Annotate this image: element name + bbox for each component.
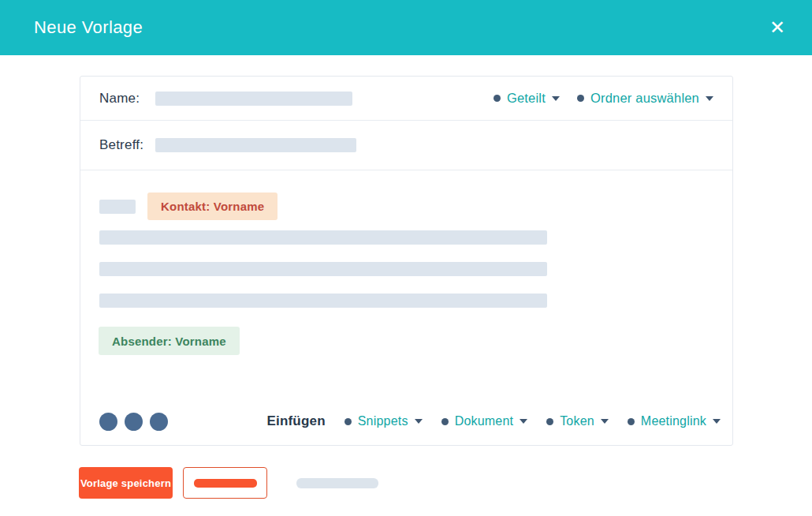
- toolbar-button-placeholder[interactable]: [125, 413, 143, 431]
- dialog-title: Neue Vorlage: [34, 17, 143, 38]
- close-icon[interactable]: ✕: [769, 18, 785, 37]
- bullet-icon: [494, 95, 501, 102]
- shared-dropdown[interactable]: Geteilt: [494, 91, 560, 106]
- subject-row: Betreff:: [80, 121, 732, 170]
- body-line-placeholder: [99, 294, 547, 308]
- template-form-card: Name: Geteilt Ordner auswählen Betreff: …: [80, 76, 733, 446]
- chevron-down-icon: [713, 419, 721, 424]
- shared-dropdown-label: Geteilt: [507, 91, 546, 106]
- subject-label: Betreff:: [99, 137, 143, 153]
- bullet-icon: [628, 418, 635, 425]
- toolbar-button-placeholder[interactable]: [99, 413, 117, 431]
- toolbar-button-placeholder[interactable]: [150, 413, 168, 431]
- select-folder-dropdown[interactable]: Ordner auswählen: [577, 91, 713, 106]
- footer-actions: Vorlage speichern: [79, 467, 378, 499]
- bullet-icon: [345, 418, 352, 425]
- select-folder-dropdown-label: Ordner auswählen: [590, 91, 699, 106]
- meetinglink-dropdown-label: Meetinglink: [641, 414, 706, 428]
- bullet-icon: [546, 418, 553, 425]
- button-text-placeholder: [194, 479, 257, 488]
- body-line-placeholder: [99, 230, 547, 245]
- chevron-down-icon: [706, 96, 713, 101]
- secondary-action-button[interactable]: [183, 467, 267, 499]
- editor-toolbar: Einfügen Snippets Dokument Token Meeting…: [99, 412, 721, 431]
- document-dropdown[interactable]: Dokument: [441, 414, 528, 428]
- insert-label: Einfügen: [266, 413, 325, 429]
- bullet-icon: [441, 418, 449, 425]
- token-dropdown[interactable]: Token: [546, 414, 609, 428]
- meetinglink-dropdown[interactable]: Meetinglink: [628, 414, 721, 428]
- name-input[interactable]: [155, 92, 352, 106]
- snippets-dropdown[interactable]: Snippets: [345, 414, 423, 428]
- token-dropdown-label: Token: [560, 414, 594, 428]
- name-row: Name: Geteilt Ordner auswählen: [80, 77, 732, 121]
- footer-link-placeholder: [296, 478, 378, 488]
- sender-firstname-token[interactable]: Absender: Vorname: [99, 327, 240, 355]
- body-text-placeholder: [99, 200, 136, 214]
- name-label: Name:: [99, 91, 140, 107]
- chevron-down-icon: [415, 419, 423, 424]
- document-dropdown-label: Dokument: [455, 414, 514, 428]
- snippets-dropdown-label: Snippets: [358, 414, 408, 428]
- chevron-down-icon: [552, 96, 560, 101]
- save-template-button[interactable]: Vorlage speichern: [79, 467, 173, 499]
- chevron-down-icon: [601, 419, 609, 424]
- bullet-icon: [577, 95, 584, 102]
- subject-input[interactable]: [155, 138, 356, 152]
- chevron-down-icon: [520, 419, 527, 424]
- contact-firstname-token[interactable]: Kontakt: Vorname: [147, 193, 277, 220]
- dialog-header: Neue Vorlage ✕: [0, 0, 812, 55]
- body-line-placeholder: [99, 262, 547, 276]
